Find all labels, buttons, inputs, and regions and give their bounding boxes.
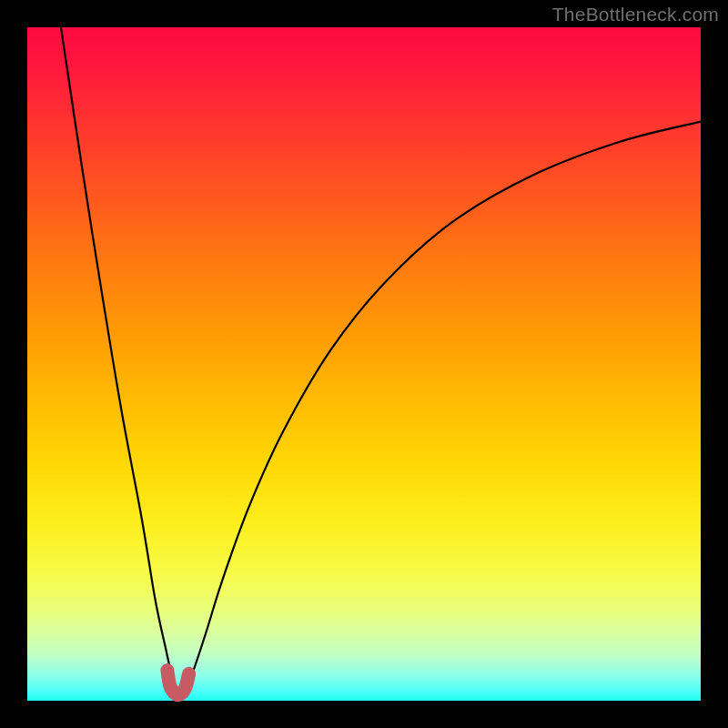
curve-left-branch xyxy=(61,27,177,693)
bottleneck-curve xyxy=(61,27,701,693)
chart-frame: TheBottleneck.com xyxy=(0,0,728,728)
plot-area xyxy=(27,27,701,701)
minimum-marker xyxy=(167,671,189,695)
watermark-text: TheBottleneck.com xyxy=(552,4,719,25)
curve-right-branch xyxy=(185,122,701,693)
curve-layer xyxy=(27,27,701,701)
